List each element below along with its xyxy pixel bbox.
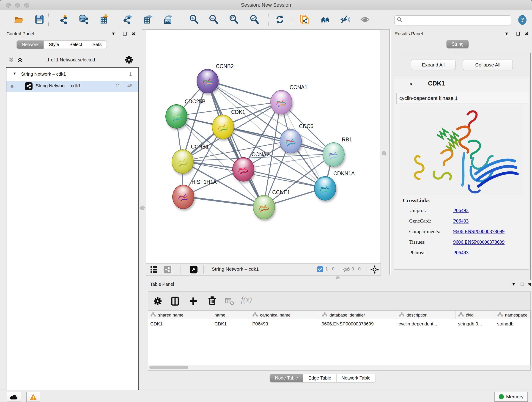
results-panel-close-icon[interactable]: ✖ <box>523 31 531 36</box>
show-columns-icon[interactable] <box>170 296 180 307</box>
zoom-out-button[interactable] <box>206 13 221 27</box>
birdseye-view-icon[interactable] <box>190 266 197 274</box>
node-rb1[interactable] <box>323 142 345 167</box>
table-cell[interactable]: CDK1 <box>148 319 212 329</box>
section-collapse-triangle-icon[interactable]: ▼ <box>409 82 413 87</box>
table-panel-menu-icon[interactable]: ▼ <box>510 282 518 287</box>
crosslink-link[interactable]: P06493 <box>453 249 469 255</box>
node-ccnb2[interactable] <box>196 69 219 93</box>
import-network-button[interactable] <box>57 13 71 27</box>
network-collection-row[interactable]: ▼ String Network – cdk1 1 <box>6 69 138 80</box>
show-all-button[interactable] <box>358 13 373 27</box>
zoom-selected-button[interactable] <box>247 13 262 27</box>
table-hscrollbar-thumb[interactable] <box>149 366 188 369</box>
new-network-from-selection-button[interactable] <box>298 13 312 27</box>
zoom-in-button[interactable] <box>187 13 201 27</box>
export-table-button[interactable] <box>140 13 155 27</box>
first-neighbors-button[interactable] <box>318 13 333 27</box>
table-cell[interactable]: CDK1 <box>212 319 250 329</box>
crosslink-link[interactable]: P06493 <box>453 218 469 224</box>
help-button[interactable]: ? <box>515 13 530 27</box>
create-column-plus-icon[interactable] <box>188 296 198 307</box>
memory-status-dot <box>499 394 504 399</box>
toolbar-separator <box>181 13 181 26</box>
tab-sets[interactable]: Sets <box>87 41 107 49</box>
grid-view-icon[interactable] <box>150 266 157 274</box>
node-ccna2[interactable] <box>232 157 254 182</box>
expand-all-button[interactable]: Expand All <box>411 60 456 70</box>
column-header-database-identifier[interactable]: database identifier <box>319 311 396 319</box>
tab-network[interactable]: Network <box>17 41 44 49</box>
column-header-at-id[interactable]: @id <box>456 311 495 319</box>
left-splitter-handle[interactable] <box>140 206 145 210</box>
column-header-shared-name[interactable]: shared name <box>148 311 212 319</box>
save-session-button[interactable] <box>32 13 47 27</box>
tab-node-table[interactable]: Node Table <box>270 374 303 382</box>
crosslink-link[interactable]: P06493 <box>453 207 469 213</box>
network-view-icon[interactable] <box>164 266 171 274</box>
export-network-button[interactable] <box>120 13 135 27</box>
column-header-name[interactable]: name <box>212 311 250 319</box>
column-header-namespace[interactable]: namespace <box>495 311 530 319</box>
network-row-selected[interactable]: String Network – cdk1 11 48 <box>6 81 138 92</box>
node-ccna1[interactable] <box>270 90 292 114</box>
node-hist1h1a[interactable] <box>172 185 194 209</box>
import-network-from-database-button[interactable] <box>76 13 91 27</box>
protein-structure-image[interactable] <box>400 105 523 195</box>
table-panel-float-icon[interactable]: ❑ <box>519 282 526 287</box>
table-settings-gear-icon[interactable] <box>153 297 162 307</box>
column-header-description[interactable]: description <box>396 311 456 319</box>
export-image-button[interactable] <box>160 13 175 27</box>
eye-gray-icon <box>360 14 370 26</box>
crosslink-link[interactable]: 9606.ENSP00000378699 <box>453 229 505 235</box>
search-input[interactable] <box>405 18 511 23</box>
control-panel-menu-icon[interactable]: ▼ <box>109 31 117 36</box>
collapse-all-button[interactable]: Collapse All <box>463 60 513 70</box>
table-cell[interactable]: cyclin-dependent ... <box>396 319 456 329</box>
apply-layout-button[interactable] <box>272 13 287 27</box>
crosslink-link[interactable]: 9606.ENSP00000378699 <box>453 239 505 245</box>
node-cdc25b[interactable] <box>165 104 187 128</box>
column-header-canonical-name[interactable]: canonical name <box>250 311 319 319</box>
protein-ribbon-thumbnail <box>235 163 251 177</box>
table-cell[interactable]: stringdb:9... <box>456 319 495 329</box>
node-cdc6[interactable] <box>280 129 302 153</box>
tab-select[interactable]: Select <box>64 41 88 49</box>
node-ccne1[interactable] <box>253 195 275 219</box>
export-network-icon <box>123 14 133 26</box>
results-panel-menu-icon[interactable]: ▼ <box>503 31 510 36</box>
right-splitter-handle[interactable] <box>382 151 386 155</box>
selected-checkbox-icon[interactable] <box>317 266 323 272</box>
crosslink-label: GeneCard: <box>409 218 431 224</box>
tab-string[interactable]: String <box>447 40 469 48</box>
delete-column-trash-icon[interactable] <box>207 296 217 307</box>
tab-edge-table[interactable]: Edge Table <box>303 374 336 382</box>
import-table-button[interactable] <box>97 13 112 27</box>
control-panel-float-icon[interactable]: ❑ <box>121 31 129 36</box>
node-label-ccna1: CCNA1 <box>290 84 307 90</box>
memory-button[interactable]: Memory <box>494 392 528 402</box>
control-panel-tabs: NetworkStyleSelectSets <box>17 40 107 49</box>
warnings-button[interactable] <box>26 392 40 402</box>
table-panel-close-icon[interactable]: ✖ <box>526 282 532 287</box>
table-cell[interactable]: P06493 <box>250 319 319 329</box>
node-cdkn1a[interactable] <box>314 176 336 201</box>
tab-network-table[interactable]: Network Table <box>336 374 375 382</box>
control-panel-close-icon[interactable]: ✖ <box>130 31 138 36</box>
node-ccnb1[interactable] <box>172 149 194 174</box>
crosshair-fit-icon[interactable] <box>370 265 379 275</box>
cloud-button[interactable] <box>7 392 21 402</box>
horizontal-splitter-handle[interactable] <box>336 276 340 279</box>
results-panel-float-icon[interactable]: ❑ <box>514 31 522 36</box>
table-cell[interactable]: 9606.ENSP00000378699 <box>319 319 396 329</box>
network-row-label: String Network – cdk1 <box>36 83 81 89</box>
collapse-triangle-icon[interactable]: ▼ <box>13 71 17 76</box>
zoom-fit-button[interactable] <box>227 13 241 27</box>
table-cell[interactable]: stringdb <box>495 319 530 329</box>
node-cdk1[interactable] <box>212 115 234 139</box>
hide-selected-button[interactable] <box>338 13 352 27</box>
network-options-gear-icon[interactable] <box>125 56 133 65</box>
tab-style[interactable]: Style <box>44 41 64 49</box>
open-session-button[interactable] <box>12 13 26 27</box>
network-view[interactable]: CCNB2CCNA1CDC25BCDK1CDC6RB1CCNB1CCNA2CDK… <box>146 29 381 264</box>
